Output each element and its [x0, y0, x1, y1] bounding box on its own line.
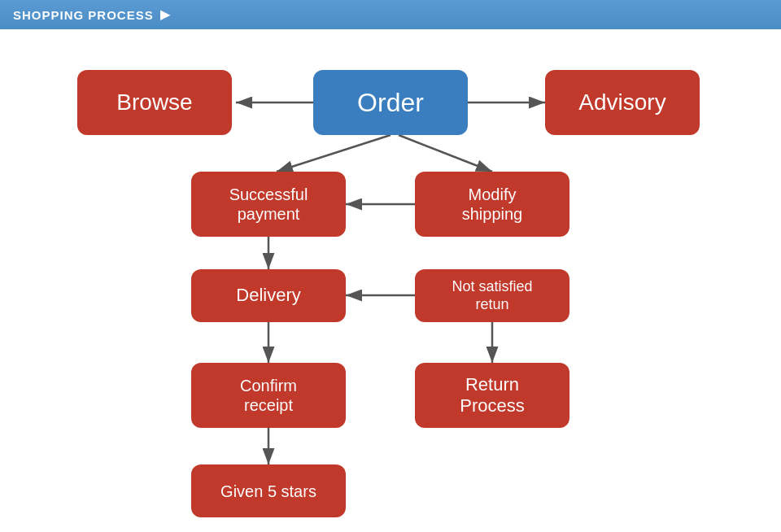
node-advisory: Advisory: [545, 70, 700, 135]
header-arrow: ▶: [160, 7, 170, 22]
node-modify-shipping: Modify shipping: [415, 172, 569, 237]
diagram: Browse Order Advisory Successful payment…: [0, 29, 781, 532]
node-confirm-receipt: Confirm receipt: [191, 363, 346, 428]
node-order: Order: [313, 70, 468, 135]
node-given-5-stars: Given 5 stars: [191, 464, 346, 517]
page-header: SHOPPING PROCESS ▶: [0, 0, 781, 29]
node-return-process: Return Process: [415, 363, 569, 428]
svg-line-5: [399, 135, 492, 172]
node-successful-payment: Successful payment: [191, 172, 346, 237]
node-not-satisfied: Not satisfied retun: [415, 269, 569, 322]
svg-line-4: [277, 135, 390, 172]
header-title: SHOPPING PROCESS: [13, 8, 154, 22]
node-delivery: Delivery: [191, 269, 346, 322]
node-browse: Browse: [77, 70, 232, 135]
